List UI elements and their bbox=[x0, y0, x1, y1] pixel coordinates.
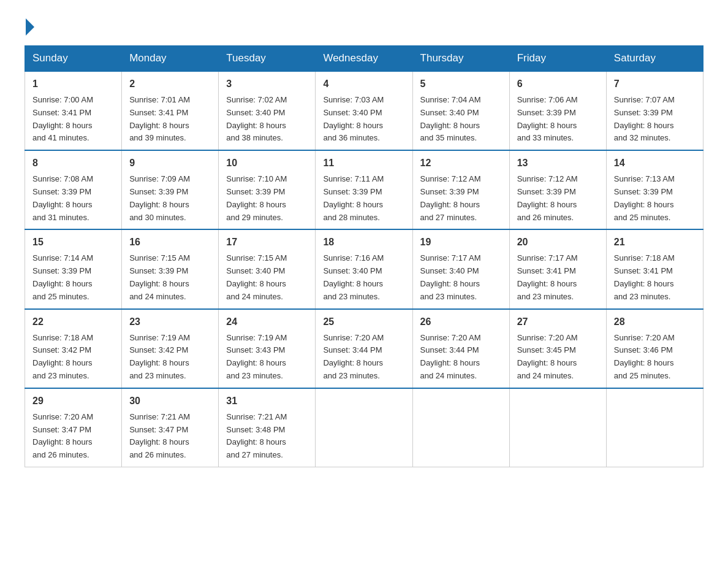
logo bbox=[25, 18, 36, 36]
day-info: Sunrise: 7:12 AMSunset: 3:39 PMDaylight:… bbox=[517, 173, 599, 224]
calendar-cell: 2Sunrise: 7:01 AMSunset: 3:41 PMDaylight… bbox=[122, 71, 219, 150]
weekday-header-monday: Monday bbox=[122, 46, 219, 72]
calendar-cell bbox=[509, 388, 606, 467]
logo-arrow-icon bbox=[26, 18, 34, 36]
day-number: 29 bbox=[32, 394, 114, 408]
day-info: Sunrise: 7:06 AMSunset: 3:39 PMDaylight:… bbox=[517, 94, 599, 145]
day-info: Sunrise: 7:04 AMSunset: 3:40 PMDaylight:… bbox=[420, 94, 502, 145]
day-number: 23 bbox=[129, 315, 211, 329]
day-info: Sunrise: 7:20 AMSunset: 3:47 PMDaylight:… bbox=[32, 411, 114, 462]
day-number: 27 bbox=[517, 315, 599, 329]
day-info: Sunrise: 7:15 AMSunset: 3:40 PMDaylight:… bbox=[226, 252, 308, 303]
day-number: 12 bbox=[420, 156, 502, 170]
day-number: 14 bbox=[614, 156, 696, 170]
day-info: Sunrise: 7:20 AMSunset: 3:46 PMDaylight:… bbox=[614, 332, 696, 383]
day-info: Sunrise: 7:07 AMSunset: 3:39 PMDaylight:… bbox=[614, 94, 696, 145]
day-number: 31 bbox=[226, 394, 308, 408]
calendar-cell: 3Sunrise: 7:02 AMSunset: 3:40 PMDaylight… bbox=[219, 71, 316, 150]
day-info: Sunrise: 7:19 AMSunset: 3:43 PMDaylight:… bbox=[226, 332, 308, 383]
calendar-cell: 18Sunrise: 7:16 AMSunset: 3:40 PMDayligh… bbox=[316, 229, 412, 308]
calendar-cell: 1Sunrise: 7:00 AMSunset: 3:41 PMDaylight… bbox=[25, 71, 122, 150]
page-header bbox=[25, 18, 703, 36]
day-info: Sunrise: 7:08 AMSunset: 3:39 PMDaylight:… bbox=[32, 173, 114, 224]
day-info: Sunrise: 7:00 AMSunset: 3:41 PMDaylight:… bbox=[32, 94, 114, 145]
calendar-cell: 17Sunrise: 7:15 AMSunset: 3:40 PMDayligh… bbox=[219, 229, 316, 308]
day-number: 16 bbox=[129, 235, 211, 250]
day-number: 3 bbox=[226, 77, 308, 91]
day-number: 19 bbox=[420, 235, 502, 250]
weekday-header-wednesday: Wednesday bbox=[316, 46, 412, 72]
day-number: 13 bbox=[517, 156, 599, 170]
day-info: Sunrise: 7:11 AMSunset: 3:39 PMDaylight:… bbox=[323, 173, 404, 224]
calendar-cell: 9Sunrise: 7:09 AMSunset: 3:39 PMDaylight… bbox=[122, 150, 219, 229]
day-number: 10 bbox=[226, 156, 308, 170]
calendar-cell: 24Sunrise: 7:19 AMSunset: 3:43 PMDayligh… bbox=[219, 309, 316, 388]
calendar-cell: 20Sunrise: 7:17 AMSunset: 3:41 PMDayligh… bbox=[509, 229, 606, 308]
calendar-cell: 5Sunrise: 7:04 AMSunset: 3:40 PMDaylight… bbox=[412, 71, 509, 150]
calendar-cell: 26Sunrise: 7:20 AMSunset: 3:44 PMDayligh… bbox=[412, 309, 509, 388]
day-number: 7 bbox=[614, 77, 696, 91]
calendar-cell: 22Sunrise: 7:18 AMSunset: 3:42 PMDayligh… bbox=[25, 309, 122, 388]
calendar-week-row: 29Sunrise: 7:20 AMSunset: 3:47 PMDayligh… bbox=[25, 388, 703, 467]
day-number: 9 bbox=[129, 156, 211, 170]
day-number: 15 bbox=[32, 235, 114, 250]
calendar-cell: 14Sunrise: 7:13 AMSunset: 3:39 PMDayligh… bbox=[606, 150, 703, 229]
day-number: 8 bbox=[32, 156, 114, 170]
day-info: Sunrise: 7:21 AMSunset: 3:47 PMDaylight:… bbox=[129, 411, 211, 462]
day-info: Sunrise: 7:17 AMSunset: 3:41 PMDaylight:… bbox=[517, 252, 599, 303]
day-info: Sunrise: 7:18 AMSunset: 3:42 PMDaylight:… bbox=[32, 332, 114, 383]
day-number: 30 bbox=[129, 394, 211, 408]
day-info: Sunrise: 7:14 AMSunset: 3:39 PMDaylight:… bbox=[32, 252, 114, 303]
day-number: 25 bbox=[323, 315, 404, 329]
day-info: Sunrise: 7:10 AMSunset: 3:39 PMDaylight:… bbox=[226, 173, 308, 224]
weekday-header-friday: Friday bbox=[509, 46, 606, 72]
calendar-cell: 4Sunrise: 7:03 AMSunset: 3:40 PMDaylight… bbox=[316, 71, 412, 150]
weekday-header-row: SundayMondayTuesdayWednesdayThursdayFrid… bbox=[25, 46, 703, 72]
calendar-cell: 21Sunrise: 7:18 AMSunset: 3:41 PMDayligh… bbox=[606, 229, 703, 308]
day-number: 11 bbox=[323, 156, 404, 170]
day-info: Sunrise: 7:18 AMSunset: 3:41 PMDaylight:… bbox=[614, 252, 696, 303]
day-number: 18 bbox=[323, 235, 404, 250]
calendar-cell: 19Sunrise: 7:17 AMSunset: 3:40 PMDayligh… bbox=[412, 229, 509, 308]
day-info: Sunrise: 7:02 AMSunset: 3:40 PMDaylight:… bbox=[226, 94, 308, 145]
calendar-cell bbox=[606, 388, 703, 467]
day-number: 6 bbox=[517, 77, 599, 91]
calendar-week-row: 1Sunrise: 7:00 AMSunset: 3:41 PMDaylight… bbox=[25, 71, 703, 150]
calendar-cell bbox=[412, 388, 509, 467]
calendar-cell: 31Sunrise: 7:21 AMSunset: 3:48 PMDayligh… bbox=[219, 388, 316, 467]
day-number: 22 bbox=[32, 315, 114, 329]
day-info: Sunrise: 7:13 AMSunset: 3:39 PMDaylight:… bbox=[614, 173, 696, 224]
calendar-cell: 13Sunrise: 7:12 AMSunset: 3:39 PMDayligh… bbox=[509, 150, 606, 229]
day-info: Sunrise: 7:09 AMSunset: 3:39 PMDaylight:… bbox=[129, 173, 211, 224]
day-number: 5 bbox=[420, 77, 502, 91]
day-info: Sunrise: 7:15 AMSunset: 3:39 PMDaylight:… bbox=[129, 252, 211, 303]
day-info: Sunrise: 7:20 AMSunset: 3:44 PMDaylight:… bbox=[420, 332, 502, 383]
calendar-cell: 30Sunrise: 7:21 AMSunset: 3:47 PMDayligh… bbox=[122, 388, 219, 467]
calendar-cell: 7Sunrise: 7:07 AMSunset: 3:39 PMDaylight… bbox=[606, 71, 703, 150]
calendar-week-row: 15Sunrise: 7:14 AMSunset: 3:39 PMDayligh… bbox=[25, 229, 703, 308]
calendar-cell: 6Sunrise: 7:06 AMSunset: 3:39 PMDaylight… bbox=[509, 71, 606, 150]
calendar-cell: 16Sunrise: 7:15 AMSunset: 3:39 PMDayligh… bbox=[122, 229, 219, 308]
day-info: Sunrise: 7:17 AMSunset: 3:40 PMDaylight:… bbox=[420, 252, 502, 303]
calendar-cell: 11Sunrise: 7:11 AMSunset: 3:39 PMDayligh… bbox=[316, 150, 412, 229]
calendar-cell: 27Sunrise: 7:20 AMSunset: 3:45 PMDayligh… bbox=[509, 309, 606, 388]
day-number: 1 bbox=[32, 77, 114, 91]
weekday-header-sunday: Sunday bbox=[25, 46, 122, 72]
day-number: 26 bbox=[420, 315, 502, 329]
weekday-header-thursday: Thursday bbox=[412, 46, 509, 72]
calendar-cell: 10Sunrise: 7:10 AMSunset: 3:39 PMDayligh… bbox=[219, 150, 316, 229]
calendar-week-row: 8Sunrise: 7:08 AMSunset: 3:39 PMDaylight… bbox=[25, 150, 703, 229]
calendar-cell: 8Sunrise: 7:08 AMSunset: 3:39 PMDaylight… bbox=[25, 150, 122, 229]
day-info: Sunrise: 7:21 AMSunset: 3:48 PMDaylight:… bbox=[226, 411, 308, 462]
calendar-cell: 25Sunrise: 7:20 AMSunset: 3:44 PMDayligh… bbox=[316, 309, 412, 388]
day-info: Sunrise: 7:12 AMSunset: 3:39 PMDaylight:… bbox=[420, 173, 502, 224]
day-number: 4 bbox=[323, 77, 404, 91]
day-info: Sunrise: 7:20 AMSunset: 3:44 PMDaylight:… bbox=[323, 332, 404, 383]
day-info: Sunrise: 7:20 AMSunset: 3:45 PMDaylight:… bbox=[517, 332, 599, 383]
calendar-table: SundayMondayTuesdayWednesdayThursdayFrid… bbox=[25, 45, 703, 467]
day-info: Sunrise: 7:03 AMSunset: 3:40 PMDaylight:… bbox=[323, 94, 404, 145]
calendar-cell: 15Sunrise: 7:14 AMSunset: 3:39 PMDayligh… bbox=[25, 229, 122, 308]
day-number: 17 bbox=[226, 235, 308, 250]
day-info: Sunrise: 7:19 AMSunset: 3:42 PMDaylight:… bbox=[129, 332, 211, 383]
day-number: 24 bbox=[226, 315, 308, 329]
